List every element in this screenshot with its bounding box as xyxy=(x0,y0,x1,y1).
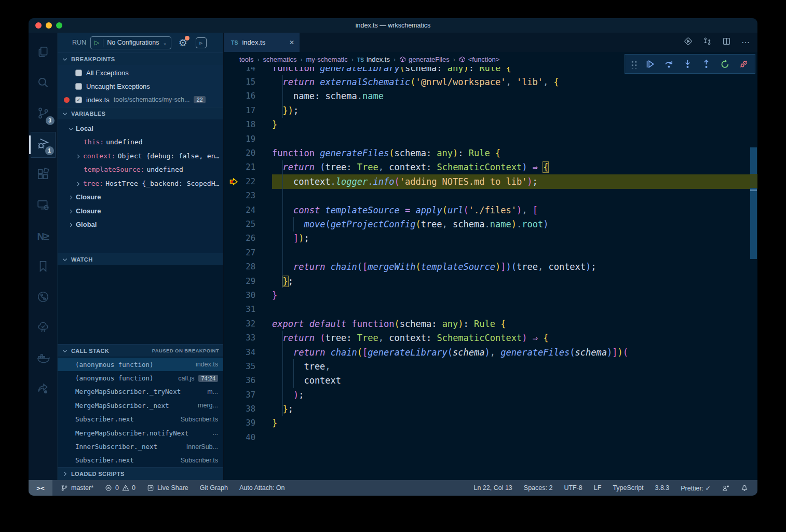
breakpoint-item[interactable]: Uncaught Exceptions xyxy=(58,79,223,93)
debug-console-button[interactable]: ▹ xyxy=(196,37,207,48)
activity-item-search[interactable] xyxy=(31,71,56,97)
call-stack-frame[interactable]: MergeMapSubscriber.notifyNext... xyxy=(58,426,223,440)
activity-item-explorer[interactable] xyxy=(31,40,56,66)
status-problems[interactable]: 00 xyxy=(105,484,135,492)
activity-item-nx-console[interactable]: N≥ xyxy=(31,224,56,250)
breakpoint-checkbox[interactable] xyxy=(75,70,82,76)
gutter[interactable]: 18 xyxy=(224,118,272,132)
variable-row[interactable]: Closure xyxy=(58,204,223,218)
gutter[interactable]: 15 xyxy=(224,75,272,89)
restart-button[interactable] xyxy=(720,58,731,70)
breadcrumb-item[interactable]: generateFiles xyxy=(399,56,450,63)
gutter[interactable]: 40 xyxy=(224,430,272,444)
status-eol[interactable]: LF xyxy=(594,484,602,492)
activity-item-source-control[interactable]: 3 xyxy=(31,101,56,127)
gutter[interactable]: 14 xyxy=(224,67,272,75)
status-encoding[interactable]: UTF-8 xyxy=(564,484,582,492)
breadcrumb-item[interactable]: schematics xyxy=(263,56,296,63)
step-over-button[interactable] xyxy=(663,58,674,70)
status-git-graph[interactable]: Git Graph xyxy=(200,484,228,492)
gutter[interactable]: 21 xyxy=(224,160,272,174)
minimize-window-button[interactable] xyxy=(46,22,52,29)
call-stack-frame[interactable]: (anonymous function)call.js74:24 xyxy=(58,371,223,385)
split-editor-icon[interactable] xyxy=(722,37,731,48)
editor-scrollbar[interactable] xyxy=(750,67,757,480)
variable-row[interactable]: Local xyxy=(58,121,223,135)
tab-index-ts[interactable]: TS index.ts ✕ xyxy=(224,33,300,52)
continue-button[interactable] xyxy=(644,58,656,70)
activity-item-git-graph[interactable] xyxy=(31,285,56,311)
activity-item-todo-tree[interactable] xyxy=(31,316,56,342)
loaded-scripts-section-header[interactable]: LOADED SCRIPTS xyxy=(58,467,223,480)
gutter[interactable]: 24 xyxy=(224,203,272,217)
activity-item-bookmarks[interactable] xyxy=(31,254,56,280)
breadcrumb-item[interactable]: TSindex.ts xyxy=(357,56,390,63)
variable-row[interactable]: Global xyxy=(58,218,223,232)
breakpoint-item[interactable]: ✓index.tstools/schematics/my-sch...22 xyxy=(58,93,223,106)
breakpoint-item[interactable]: All Exceptions xyxy=(58,66,223,79)
activity-item-docker[interactable] xyxy=(31,346,56,372)
manage-gear-icon[interactable] xyxy=(29,459,58,475)
status-live-share[interactable]: Live Share xyxy=(147,484,188,492)
breadcrumb-item[interactable]: <function> xyxy=(459,56,500,63)
variables-section-header[interactable]: VARIABLES xyxy=(58,107,223,119)
close-tab-icon[interactable]: ✕ xyxy=(289,39,294,46)
call-stack-frame[interactable]: Subscriber.nextSubscriber.ts xyxy=(58,454,223,467)
gutter[interactable]: 38 xyxy=(224,402,272,416)
gutter[interactable]: 22 xyxy=(224,174,272,188)
gutter[interactable]: 33 xyxy=(224,331,272,345)
status-prettier[interactable]: Prettier: ✓ xyxy=(681,484,711,492)
close-window-button[interactable] xyxy=(35,22,42,29)
zoom-window-button[interactable] xyxy=(56,22,62,29)
toolbar-drag-handle[interactable] xyxy=(630,60,637,69)
status-ts-version[interactable]: 3.8.3 xyxy=(655,484,669,492)
variable-row[interactable]: templateSource: undefined xyxy=(58,163,223,177)
call-stack-frame[interactable]: MergeMapSubscriber._tryNextm... xyxy=(58,385,223,399)
gutter[interactable]: 17 xyxy=(224,103,272,117)
gutter[interactable]: 32 xyxy=(224,317,272,331)
call-stack-section-header[interactable]: CALL STACK PAUSED ON BREAKPOINT xyxy=(58,344,223,357)
breakpoint-checkbox[interactable]: ✓ xyxy=(75,97,82,103)
launch-configuration-dropdown[interactable]: ▷ No Configurations ⌄ xyxy=(90,36,171,49)
gutter[interactable]: 23 xyxy=(224,189,272,203)
breakpoint-checkbox[interactable] xyxy=(75,83,82,90)
more-actions-icon[interactable]: ⋯ xyxy=(741,37,750,47)
watch-section-header[interactable]: WATCH xyxy=(58,253,223,265)
status-indentation[interactable]: Spaces: 2 xyxy=(524,484,553,492)
call-stack-frame[interactable]: Subscriber.nextSubscriber.ts xyxy=(58,413,223,426)
step-out-button[interactable] xyxy=(701,58,712,70)
activity-item-run-and-debug[interactable]: 1 xyxy=(31,132,56,158)
step-into-button[interactable] xyxy=(682,58,693,70)
gutter[interactable]: 20 xyxy=(224,146,272,160)
run-or-debug-icon[interactable] xyxy=(684,37,693,48)
gutter[interactable]: 37 xyxy=(224,388,272,402)
gutter[interactable]: 16 xyxy=(224,89,272,103)
gutter[interactable]: 31 xyxy=(224,303,272,317)
activity-item-live-share[interactable] xyxy=(31,377,56,403)
activity-item-extensions[interactable] xyxy=(31,162,56,188)
gutter[interactable]: 36 xyxy=(224,374,272,388)
gutter[interactable]: 39 xyxy=(224,416,272,430)
status-cursor-position[interactable]: Ln 22, Col 13 xyxy=(473,484,512,492)
traffic-lights[interactable] xyxy=(35,22,62,29)
remote-indicator[interactable]: >< xyxy=(29,480,52,496)
call-stack-frame[interactable]: MergeMapSubscriber._nextmerg... xyxy=(58,399,223,412)
open-changes-icon[interactable] xyxy=(703,37,712,48)
variable-row[interactable]: context: Object {debug: false, en… xyxy=(58,149,223,163)
gutter[interactable]: 34 xyxy=(224,345,272,359)
gutter[interactable]: 28 xyxy=(224,260,272,274)
disconnect-button[interactable] xyxy=(738,58,750,70)
variable-row[interactable]: this: undefined xyxy=(58,135,223,149)
activity-item-remote-explorer[interactable] xyxy=(31,193,56,219)
status-feedback[interactable] xyxy=(722,484,729,492)
gutter[interactable]: 27 xyxy=(224,245,272,260)
breadcrumb-item[interactable]: my-schematic xyxy=(306,56,348,63)
call-stack-frame[interactable]: InnerSubscriber._nextInnerSub... xyxy=(58,440,223,453)
variable-row[interactable]: Closure xyxy=(58,190,223,204)
scrollbar-slider[interactable] xyxy=(750,147,757,259)
status-language-mode[interactable]: TypeScript xyxy=(613,484,643,492)
gutter[interactable]: 26 xyxy=(224,231,272,245)
gutter[interactable]: 35 xyxy=(224,359,272,373)
variable-row[interactable]: tree: HostTree {_backend: ScopedH… xyxy=(58,176,223,190)
gutter[interactable]: 25 xyxy=(224,217,272,231)
